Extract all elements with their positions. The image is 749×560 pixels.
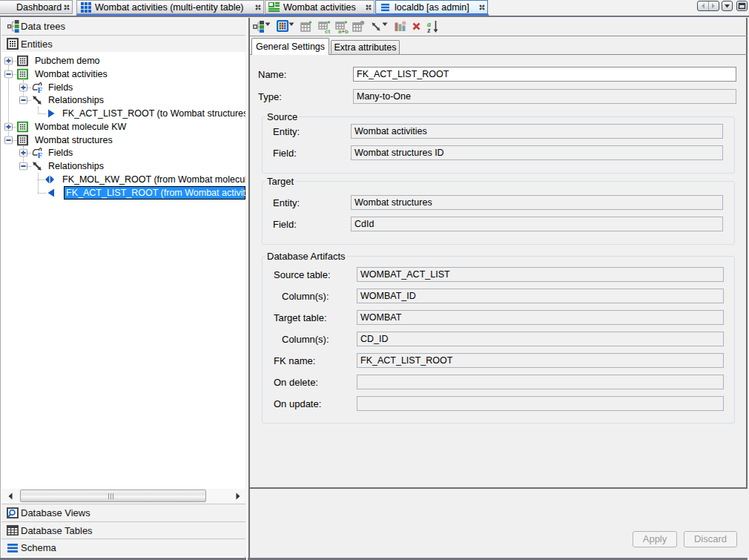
svg-text:F: F	[38, 85, 43, 93]
svg-text:F: F	[38, 151, 43, 159]
svg-text:z: z	[427, 26, 431, 33]
svg-text:b: b	[345, 28, 349, 34]
svg-text:ct: ct	[325, 28, 330, 34]
